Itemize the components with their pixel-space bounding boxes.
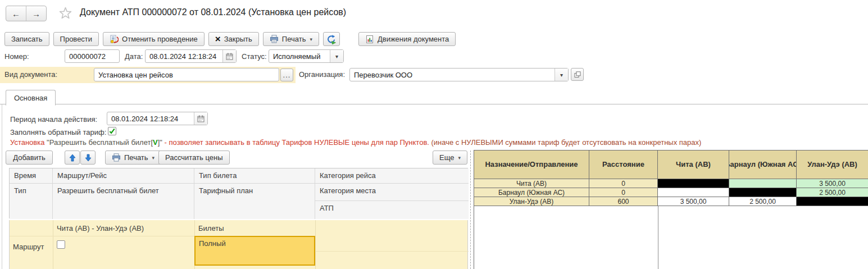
org-select[interactable]: Перевозчик ООО ▾ <box>349 68 569 81</box>
doc-kind-choose-button[interactable]: ... <box>280 69 293 81</box>
post-button-label: Провести <box>60 35 93 43</box>
warning-seg6: (иначе с НУЛЕВЫМИ суммами тариф будет от… <box>431 138 702 147</box>
printer-icon <box>270 35 279 43</box>
price-col-chita[interactable]: Чита (АВ) <box>658 151 729 179</box>
back-button[interactable]: ← <box>6 6 26 21</box>
close-button-label: Закрыть <box>224 35 252 43</box>
close-button[interactable]: × Закрыть <box>208 32 259 46</box>
grid-line <box>315 251 469 252</box>
price-table-header: Назначение/Отправление Расстояние Чита (… <box>474 151 868 179</box>
org-dropdown-button[interactable]: ▾ <box>555 69 568 81</box>
price-cell[interactable] <box>729 188 797 197</box>
routes-col-trip-category[interactable]: Категория рейса <box>315 168 469 184</box>
routes-print-button[interactable]: Печать ▾ <box>105 151 161 165</box>
cancel-posting-label: Отменить проведение <box>122 35 198 43</box>
chevron-down-icon: ▾ <box>458 155 461 161</box>
date-calendar-button[interactable] <box>222 50 236 62</box>
period-calendar-button[interactable] <box>194 112 207 125</box>
org-open-button[interactable] <box>571 68 584 81</box>
fixed-column-separator <box>658 206 658 269</box>
tab-divider <box>0 104 868 104</box>
price-row-label[interactable]: Улан-Удэ (АВ) <box>474 197 589 206</box>
post-button[interactable]: Провести <box>53 32 99 46</box>
org-label: Организация: <box>299 70 345 79</box>
refresh-button[interactable] <box>323 32 340 46</box>
doc-kind-input[interactable]: Установка цен рейсов <box>94 68 279 81</box>
forward-button[interactable]: → <box>26 6 46 21</box>
cancel-posting-button[interactable]: Отменить проведение <box>103 32 204 46</box>
print-menu-button[interactable]: Печать ▾ <box>263 32 319 46</box>
routes-table-body: Чита (АВ) - Улан-Удэ (АВ) Билеты Маршрут… <box>9 220 468 269</box>
calendar-icon <box>226 53 233 60</box>
table-splitter[interactable] <box>470 151 471 269</box>
ticket-group-cell[interactable]: Билеты <box>198 224 224 232</box>
refresh-icon <box>326 34 337 44</box>
more-button[interactable]: Еще ▾ <box>433 151 467 165</box>
row-type-cell[interactable]: Маршрут <box>13 243 44 251</box>
status-dropdown-button[interactable]: ▾ <box>330 50 343 62</box>
routes-col-ticket-type[interactable]: Тип билета <box>194 168 315 184</box>
routes-col-route[interactable]: Маршрут/Рейс <box>53 168 194 184</box>
price-cell[interactable]: 2 500,00 <box>729 197 797 206</box>
history-nav: ← → <box>6 6 47 21</box>
period-label: Период начала действия: <box>10 115 97 124</box>
number-input[interactable]: 000000072 <box>65 49 120 63</box>
save-button[interactable]: Записать <box>4 32 49 46</box>
price-cell[interactable] <box>729 179 797 188</box>
price-cell[interactable]: 2 500,00 <box>797 188 868 197</box>
price-col-destination[interactable]: Назначение/Отправление <box>474 151 589 179</box>
price-row-label[interactable]: Чита (АВ) <box>474 179 589 188</box>
price-row-distance[interactable]: 0 <box>589 179 658 188</box>
price-cell[interactable] <box>658 179 729 188</box>
price-row-distance[interactable]: 0 <box>589 188 658 197</box>
fill-reverse-checkbox[interactable] <box>108 127 116 135</box>
price-table: Назначение/Отправление Расстояние Чита (… <box>474 150 868 269</box>
date-input[interactable]: 08.01.2024 12:18:24 <box>145 49 237 63</box>
main-toolbar: Записать Провести Отменить проведение × … <box>4 32 456 46</box>
move-up-button[interactable] <box>65 151 80 165</box>
date-value: 08.01.2024 12:18:24 <box>146 50 222 62</box>
tariff-plan-cell-selected[interactable]: Полный <box>194 236 315 266</box>
more-label: Еще <box>439 153 454 162</box>
route-name-cell[interactable]: Чита (АВ) - Улан-Удэ (АВ) <box>57 224 144 232</box>
price-col-distance[interactable]: Расстояние <box>589 151 658 179</box>
back-icon: ← <box>12 9 20 19</box>
forward-icon: → <box>32 9 40 19</box>
price-row-distance[interactable]: 600 <box>589 197 658 206</box>
favorite-star-button[interactable] <box>58 6 72 22</box>
grid-line <box>315 220 316 269</box>
free-ticket-checkbox[interactable] <box>57 240 65 249</box>
arrow-down-icon <box>85 154 92 162</box>
warning-seg3: V <box>153 138 158 147</box>
routes-col-free-ticket[interactable]: Разрешить бесплатный билет <box>53 184 194 219</box>
tab-main[interactable]: Основная <box>6 90 56 106</box>
add-row-button[interactable]: Добавить <box>6 151 53 165</box>
warning-seg2: "Разрешить бесплатный билет[ <box>47 138 153 147</box>
price-row-label[interactable]: Барнаул (Южная АС) <box>474 188 589 197</box>
document-movements-button[interactable]: Движения документа <box>358 32 456 46</box>
grid-line <box>53 220 53 269</box>
routes-col-atp[interactable]: АТП <box>315 201 469 219</box>
calc-prices-button[interactable]: Рассчитать цены <box>158 151 230 165</box>
price-col-barnaul[interactable]: Барнаул (Южная АС) <box>729 151 797 179</box>
chevron-down-icon: ▾ <box>152 155 155 161</box>
routes-col-time[interactable]: Время <box>10 168 53 184</box>
period-input[interactable]: 08.01.2024 12:18:24 <box>107 112 208 125</box>
price-cell[interactable]: 3 500,00 <box>658 197 729 206</box>
routes-col-tariff-plan[interactable]: Тарифный план <box>194 184 315 219</box>
price-cell[interactable] <box>658 188 729 197</box>
routes-col-seat-category[interactable]: Категория места <box>315 184 469 201</box>
price-cell[interactable]: 3 500,00 <box>797 179 868 188</box>
price-row: Барнаул (Южная АС) 0 2 500,00 <box>474 188 868 197</box>
move-down-button[interactable] <box>80 151 96 165</box>
price-cell[interactable] <box>797 197 868 206</box>
routes-table-header: Время Маршрут/Рейс Тип билета Категория … <box>9 168 468 218</box>
price-row: Улан-Удэ (АВ) 600 3 500,00 2 500,00 <box>474 197 868 206</box>
status-select[interactable]: Исполняемый ▾ <box>269 49 344 63</box>
routes-col-type[interactable]: Тип <box>10 184 53 219</box>
close-icon: × <box>215 34 221 44</box>
check-icon <box>108 127 116 135</box>
print-menu-label: Печать <box>282 35 306 43</box>
price-col-ulan-ude[interactable]: Улан-Удэ (АВ) <box>797 151 868 179</box>
ellipsis-icon: ... <box>283 71 291 79</box>
